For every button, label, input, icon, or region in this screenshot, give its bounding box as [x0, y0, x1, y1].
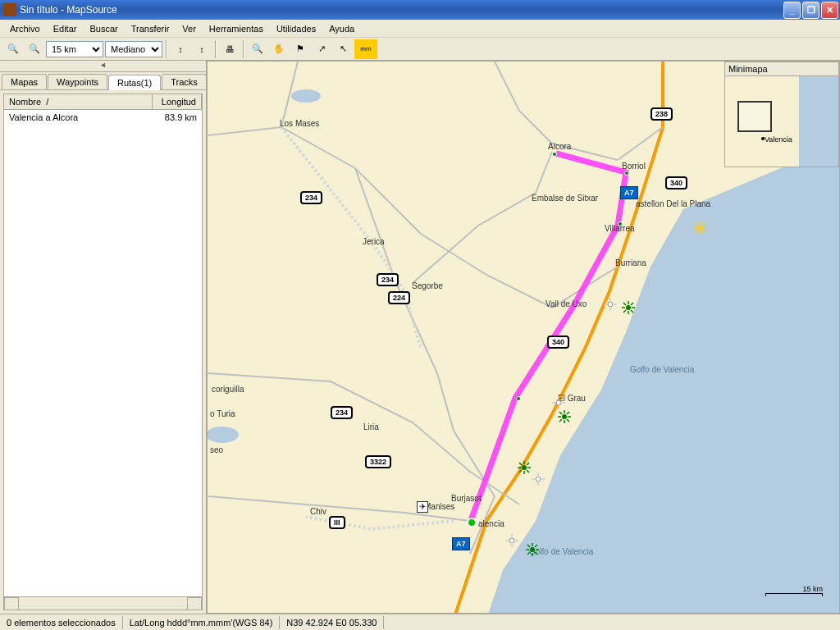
- shield-234: 234: [331, 406, 353, 419]
- col-nombre[interactable]: Nombre /: [4, 94, 153, 109]
- svg-point-40: [522, 465, 527, 470]
- label-liria: Liria: [363, 422, 379, 431]
- sun-icon: [518, 461, 531, 474]
- svg-point-21: [608, 302, 613, 307]
- shield-a7: A7: [452, 537, 470, 550]
- menu-herramientas[interactable]: Herramientas: [203, 22, 270, 35]
- col-longitud[interactable]: Longitud: [153, 94, 202, 109]
- app-icon: [3, 3, 16, 16]
- label-golfo1: Golfo de Valencia: [630, 365, 694, 374]
- window-title: Sin título - MapSource: [20, 4, 783, 16]
- label-burjasot: Burjasot: [451, 494, 482, 503]
- zoom-in-icon[interactable]: 🔍: [25, 39, 44, 59]
- maximize-button[interactable]: ❐: [802, 2, 819, 19]
- measure-tool-icon[interactable]: mm: [354, 39, 377, 59]
- shield-234: 234: [300, 191, 322, 204]
- sun-icon: [693, 221, 706, 235]
- menu-archivo[interactable]: Archivo: [3, 22, 47, 35]
- route-tool-icon[interactable]: ↗: [312, 39, 331, 59]
- sidebar: ◄ Mapas Waypoints Rutas(1) Tracks Nombre…: [0, 61, 207, 614]
- sun-icon: [604, 298, 617, 311]
- titlebar: Sin título - MapSource _ ❐ ✕: [0, 0, 840, 20]
- map-canvas[interactable]: Los Mases Alcora Borriol Embalse de Sitx…: [207, 61, 840, 614]
- label-los-mases: Los Mases: [280, 119, 319, 128]
- label-villarrea: Villarrea: [605, 224, 635, 233]
- svg-point-2: [208, 427, 239, 443]
- svg-line-17: [623, 303, 626, 305]
- shield-3322: 3322: [365, 455, 391, 468]
- sidebar-tabs: Mapas Waypoints Rutas(1) Tracks: [0, 72, 206, 90]
- menu-transferir[interactable]: Transferir: [125, 22, 176, 35]
- detail-select[interactable]: Mediano: [105, 41, 162, 57]
- tab-waypoints[interactable]: Waypoints: [48, 74, 107, 89]
- shield-238: 238: [651, 107, 673, 121]
- zoom-out-icon[interactable]: 🔍: [3, 39, 23, 59]
- svg-point-59: [530, 547, 535, 552]
- svg-line-48: [527, 463, 529, 465]
- tab-tracks[interactable]: Tracks: [162, 74, 207, 89]
- minimap-title: Minimapa: [725, 62, 838, 76]
- svg-line-18: [631, 310, 633, 313]
- label-borriol: Borriol: [622, 162, 646, 171]
- sun-icon: [505, 534, 518, 547]
- airport-icon: ✈: [417, 501, 428, 513]
- list-scrollbar[interactable]: [4, 596, 202, 609]
- svg-line-10: [695, 231, 697, 233]
- svg-line-46: [527, 470, 529, 472]
- svg-line-19: [623, 310, 626, 313]
- svg-line-66: [527, 552, 530, 555]
- city-dot: [516, 396, 521, 401]
- menubar: Archivo Editar Buscar Transferir Ver Her…: [0, 20, 840, 38]
- menu-editar[interactable]: Editar: [47, 22, 84, 35]
- svg-line-47: [519, 470, 522, 472]
- svg-line-45: [519, 463, 522, 465]
- route-length: 83.9 km: [153, 112, 202, 123]
- status-coords: N39 42.924 E0 05.330: [280, 616, 384, 629]
- sun-icon: [532, 472, 545, 486]
- select-tool-icon[interactable]: ↖: [333, 39, 353, 59]
- svg-point-3: [697, 226, 702, 231]
- zoom-level-select[interactable]: 15 km: [46, 41, 103, 57]
- svg-line-38: [559, 419, 562, 422]
- label-alcora: Alcora: [548, 142, 571, 151]
- svg-line-36: [559, 412, 562, 414]
- sun-icon: [622, 301, 635, 314]
- shield-340: 340: [665, 176, 687, 189]
- svg-point-31: [562, 414, 567, 419]
- minimap-canvas[interactable]: Valencia: [725, 76, 838, 167]
- shield-III: III: [329, 516, 345, 529]
- menu-buscar[interactable]: Buscar: [83, 22, 124, 35]
- list-row[interactable]: Valencia a Alcora 83.9 km: [4, 110, 202, 125]
- pan-tool-icon[interactable]: ✋: [269, 39, 289, 59]
- device-download-icon[interactable]: ↕: [192, 39, 212, 59]
- menu-ver[interactable]: Ver: [176, 22, 203, 35]
- label-manises: Manises: [424, 502, 454, 511]
- close-button[interactable]: ✕: [821, 2, 838, 19]
- menu-ayuda[interactable]: Ayuda: [322, 22, 361, 35]
- minimap[interactable]: Minimapa Valencia: [724, 62, 839, 167]
- label-jerica: Jerica: [363, 237, 385, 246]
- minimap-dot: [761, 137, 765, 140]
- svg-line-64: [527, 545, 530, 547]
- svg-line-65: [535, 552, 537, 555]
- print-icon[interactable]: 🖶: [220, 39, 240, 59]
- route-start-dot: [467, 518, 477, 527]
- tab-rutas[interactable]: Rutas(1): [108, 75, 161, 90]
- tab-mapas[interactable]: Mapas: [2, 74, 47, 89]
- statusbar: 0 elementos seleccionados Lat/Long hddd°…: [0, 614, 840, 630]
- flag-tool-icon[interactable]: ⚑: [290, 39, 310, 59]
- label-turia: o Turia: [210, 409, 235, 418]
- menu-utilidades[interactable]: Utilidades: [270, 22, 322, 35]
- label-coriguilla: coriguilla: [212, 385, 244, 394]
- scale-bar: 15 km: [765, 585, 823, 596]
- search-tool-icon[interactable]: 🔍: [248, 39, 267, 59]
- label-burriana: Burriana: [615, 258, 646, 267]
- svg-point-1: [291, 89, 321, 103]
- sidebar-toggle[interactable]: ◄: [0, 61, 206, 72]
- label-seo: seo: [210, 445, 223, 454]
- minimize-button[interactable]: _: [783, 2, 801, 19]
- status-selection: 0 elementos seleccionados: [0, 616, 123, 629]
- device-upload-icon[interactable]: ↕: [171, 39, 190, 59]
- minimap-viewport[interactable]: [737, 101, 772, 132]
- svg-line-20: [631, 303, 633, 305]
